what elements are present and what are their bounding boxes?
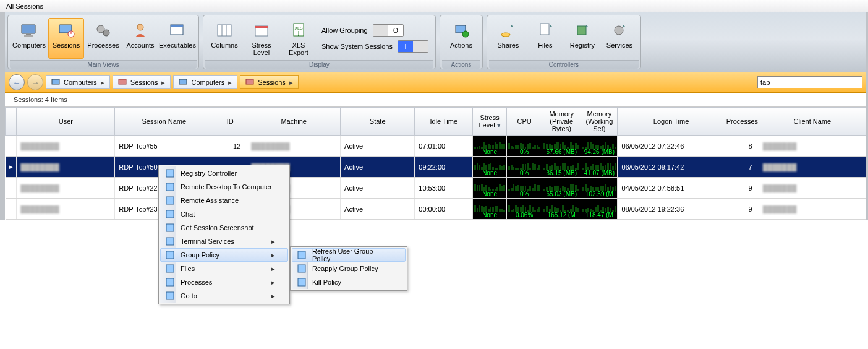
- ribbon-group-main-views-label: Main Views: [10, 60, 197, 69]
- cell-idle: 07:01:00: [415, 136, 473, 157]
- menu-item-remote-assistance[interactable]: Remote Assistance: [160, 194, 288, 207]
- status-bar: Sessions: 4 Items: [5, 93, 866, 107]
- accounts-button-label: Accounts: [126, 41, 154, 49]
- stress-level-button-label: Stress Level: [245, 41, 278, 56]
- stress-level-button[interactable]: Stress Level: [244, 18, 279, 59]
- accounts-button[interactable]: Accounts: [122, 18, 158, 59]
- breadcrumb-item[interactable]: Sessions▸: [113, 75, 171, 89]
- actions-button[interactable]: Actions: [443, 18, 479, 59]
- cell-mws: 102.59 (M: [581, 178, 618, 199]
- shares-button[interactable]: Shares: [490, 18, 526, 59]
- breadcrumb-item-active[interactable]: Sessions▸: [240, 75, 299, 89]
- sessions-button[interactable]: Sessions: [48, 18, 84, 59]
- th-logon[interactable]: Logon Time: [618, 108, 725, 136]
- rdp-icon: [164, 181, 176, 192]
- cell-idle: 09:22:00: [415, 157, 473, 178]
- services-button-label: Services: [606, 41, 632, 49]
- context-menu[interactable]: Registry ControllerRemote Desktop To Com…: [158, 165, 290, 220]
- table-row[interactable]: ████████RDP-Tcp#5512████████Active07:01:…: [6, 136, 866, 157]
- th-session-name[interactable]: Session Name: [115, 108, 213, 136]
- th-mpb[interactable]: Memory (Private Bytes): [542, 108, 581, 136]
- cell-processes: 8: [725, 136, 759, 157]
- th-state[interactable]: State: [341, 108, 415, 136]
- show-system-sessions-toggle[interactable]: I: [398, 40, 428, 53]
- files-button[interactable]: Files: [527, 18, 563, 59]
- svg-rect-22: [577, 26, 586, 35]
- menu-item-label: Remote Desktop To Computer: [181, 183, 272, 191]
- cell-client: ███████: [759, 178, 866, 199]
- cell-state: Active: [341, 157, 415, 178]
- svg-rect-25: [119, 79, 126, 84]
- xls-export-button[interactable]: XLS XLS Export: [281, 18, 317, 59]
- table-row[interactable]: ▸████████RDP-Tcp#50████████Active09:22:0…: [6, 157, 866, 178]
- registry-icon: [164, 168, 176, 179]
- menu-item-remote-desktop-to-computer[interactable]: Remote Desktop To Computer: [160, 180, 288, 194]
- sessions-table: User Session Name ID Machine State Idle …: [5, 107, 866, 220]
- nav-forward-button[interactable]: →: [27, 74, 43, 90]
- th-cpu[interactable]: CPU: [507, 108, 542, 136]
- breadcrumb-item[interactable]: Computers▸: [173, 75, 237, 89]
- computers-button-label: Computers: [12, 41, 46, 49]
- sessions-button-label: Sessions: [53, 41, 80, 49]
- breadcrumb-item[interactable]: Computers▸: [46, 75, 110, 89]
- user-icon: [130, 20, 150, 40]
- cell-processes: 7: [725, 157, 759, 178]
- th-stress[interactable]: Stress Level ▾: [473, 108, 507, 136]
- menu-item-registry-controller[interactable]: Registry Controller: [160, 166, 288, 180]
- help-icon: [164, 195, 176, 206]
- registry-button[interactable]: Registry: [564, 18, 600, 59]
- files-icon: [535, 20, 555, 40]
- th-mws[interactable]: Memory (Working Set): [581, 108, 618, 136]
- table-row[interactable]: ████████RDP-Tcp#22████████Active10:53:00…: [6, 178, 866, 199]
- cell-cpu: 0%: [507, 136, 542, 157]
- cell-state: Active: [341, 199, 415, 220]
- th-proc[interactable]: Processes: [725, 108, 759, 136]
- columns-button-label: Columns: [211, 41, 237, 49]
- cell-logon: 08/05/2012 19:22:36: [618, 199, 725, 220]
- row-marker: [6, 178, 17, 199]
- menu-item-label: Chat: [181, 210, 195, 218]
- cell-id: 12: [213, 136, 247, 157]
- svg-point-20: [501, 33, 510, 37]
- monitor-icon: [179, 78, 187, 87]
- svg-rect-21: [540, 24, 549, 35]
- cell-user: ████████: [17, 178, 115, 199]
- th-machine[interactable]: Machine: [247, 108, 341, 136]
- services-button[interactable]: Services: [602, 18, 637, 59]
- window-icon: [168, 20, 187, 40]
- menu-item-chat[interactable]: Chat: [160, 207, 288, 220]
- th-id[interactable]: ID: [213, 108, 247, 136]
- th-client[interactable]: Client Name: [759, 108, 866, 136]
- table-row[interactable]: ████████RDP-Tcp#233████████Active00:00:0…: [6, 199, 866, 220]
- th-stress-label: Stress Level: [479, 114, 499, 129]
- svg-rect-2: [24, 35, 33, 37]
- svg-point-23: [615, 26, 623, 35]
- th-user[interactable]: User: [17, 108, 115, 136]
- monitor-icon: [51, 78, 60, 87]
- svg-rect-27: [246, 79, 253, 84]
- shares-icon: [498, 20, 518, 40]
- cell-cpu: 0.06%: [507, 199, 542, 220]
- cell-stress: None: [473, 157, 507, 178]
- cell-session-name: RDP-Tcp#55: [115, 136, 213, 157]
- svg-rect-24: [52, 79, 59, 84]
- nav-back-button[interactable]: ←: [9, 74, 25, 90]
- executables-button[interactable]: Executables: [160, 18, 195, 59]
- computers-button[interactable]: Computers: [11, 18, 47, 59]
- allow-grouping-toggle[interactable]: O: [373, 24, 404, 37]
- actions-button-label: Actions: [450, 41, 472, 49]
- ribbon-group-controllers-label: Controllers: [489, 60, 639, 69]
- cell-user: ████████: [17, 136, 115, 157]
- svg-point-19: [462, 31, 469, 37]
- cell-cpu: 0%: [507, 157, 542, 178]
- cell-idle: 00:00:00: [415, 199, 473, 220]
- processes-button[interactable]: Processes: [85, 18, 121, 59]
- row-marker: ▸: [6, 157, 17, 178]
- search-input[interactable]: [757, 76, 862, 88]
- th-idle[interactable]: Idle Time: [415, 108, 473, 136]
- session-icon: [245, 78, 254, 87]
- th-rowhead[interactable]: [6, 108, 17, 136]
- cell-user: ████████: [17, 157, 115, 178]
- columns-button[interactable]: Columns: [206, 18, 242, 59]
- row-marker: [6, 199, 17, 220]
